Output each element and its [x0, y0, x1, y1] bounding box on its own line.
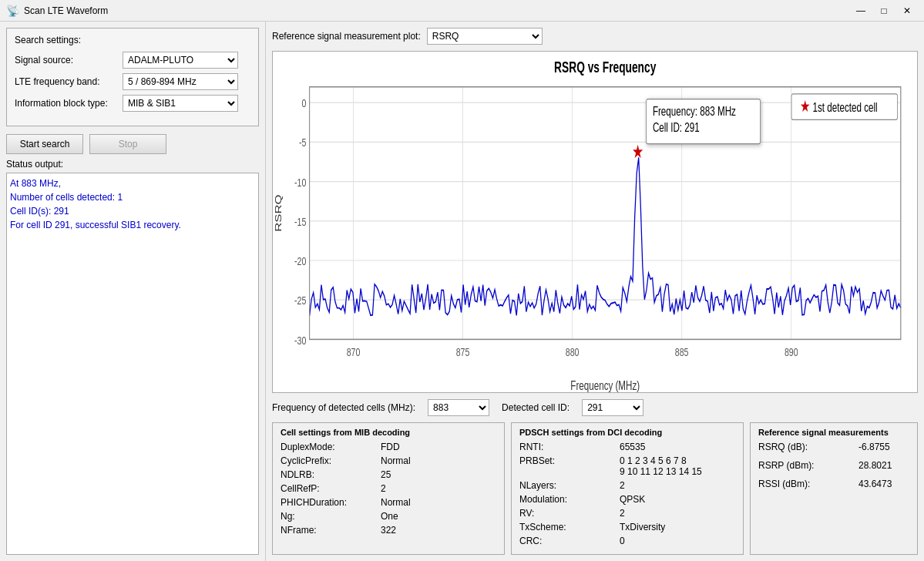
pdsch-row-val: 2 — [620, 508, 625, 519]
ref-meas-panel: Reference signal measurements RSRQ (dB):… — [750, 422, 918, 555]
ref-signal-label: Reference signal measurement plot: — [272, 31, 421, 42]
status-output-title: Status output: — [6, 159, 259, 170]
plot-container: 0-5-10-15-20-25-30870875880885890Frequen… — [272, 51, 918, 393]
ref-meas-row-key: RSRQ (dB): — [758, 442, 858, 452]
info-block-row: Information block type: MIB & SIB1 — [15, 95, 250, 112]
info-block-label: Information block type: — [15, 98, 123, 109]
freq-detected-label: Frequency of detected cells (MHz): — [272, 402, 415, 413]
pdsch-row-key: PRBSet: — [519, 455, 620, 466]
cell-row: DuplexMode:FDD — [281, 442, 496, 452]
svg-text:RSRQ: RSRQ — [273, 194, 283, 231]
cell-row-val: 322 — [381, 525, 396, 536]
close-button[interactable]: ✕ — [896, 2, 918, 19]
svg-text:885: 885 — [675, 345, 689, 358]
cell-row: CellRefP:2 — [281, 483, 496, 494]
svg-text:-10: -10 — [294, 176, 306, 189]
pdsch-row: Modulation:QPSK — [519, 494, 735, 505]
ref-meas-rows: RSRQ (dB):-6.8755RSRP (dBm):28.8021RSSI … — [758, 442, 909, 489]
svg-text:-25: -25 — [294, 294, 306, 307]
svg-text:★: ★ — [800, 96, 810, 115]
cell-row-val: 25 — [381, 469, 391, 480]
ref-meas-row: RSRP (dBm):28.8021 — [758, 460, 909, 471]
pdsch-row-key: RNTI: — [519, 442, 620, 452]
svg-text:Cell ID: 291: Cell ID: 291 — [653, 120, 700, 135]
pdsch-row: RNTI:65535 — [519, 442, 735, 452]
stop-button[interactable]: Stop — [89, 134, 166, 154]
cell-row-key: NDLRB: — [281, 469, 381, 480]
chart-svg: 0-5-10-15-20-25-30870875880885890Frequen… — [273, 52, 917, 392]
cell-row-key: DuplexMode: — [281, 442, 381, 452]
cell-row-val: 2 — [381, 483, 386, 494]
cell-row-key: Ng: — [281, 511, 381, 522]
lte-freq-select[interactable]: 5 / 869-894 MHz — [123, 73, 238, 90]
signal-source-label: Signal source: — [15, 55, 123, 66]
svg-text:1st detected cell: 1st detected cell — [813, 100, 878, 115]
titlebar: 📡 Scan LTE Waveform — □ ✕ — [0, 0, 924, 22]
app-title: Scan LTE Waveform — [24, 5, 850, 16]
left-panel: Search settings: Signal source: ADALM-PL… — [0, 22, 266, 561]
pdsch-row: TxScheme:TxDiversity — [519, 522, 735, 532]
status-line: For cell ID 291, successful SIB1 recover… — [10, 218, 255, 232]
lte-freq-row: LTE frequency band: 5 / 869-894 MHz — [15, 73, 250, 90]
pdsch-title: PDSCH settings from DCI decoding — [519, 428, 735, 437]
pdsch-row-val: QPSK — [620, 494, 645, 505]
cell-row: PHICHDuration:Normal — [281, 497, 496, 508]
cell-rows: DuplexMode:FDDCyclicPrefix:NormalNDLRB:2… — [281, 442, 496, 536]
signal-source-select[interactable]: ADALM-PLUTO — [123, 52, 238, 69]
pdsch-row: RV:2 — [519, 508, 735, 519]
ref-meas-title: Reference signal measurements — [758, 428, 909, 437]
cell-row-key: PHICHDuration: — [281, 497, 381, 508]
cell-id-select[interactable]: 291 — [582, 399, 643, 416]
app-icon: 📡 — [6, 5, 19, 17]
right-panel: Reference signal measurement plot: RSRQ … — [266, 22, 924, 561]
ref-meas-row: RSSI (dBm):43.6473 — [758, 479, 909, 489]
pdsch-row-val: 65535 — [620, 442, 645, 452]
svg-text:-20: -20 — [294, 254, 306, 267]
pdsch-panel: PDSCH settings from DCI decoding RNTI:65… — [511, 422, 744, 555]
cell-settings-title: Cell settings from MIB decoding — [281, 428, 496, 437]
svg-text:0: 0 — [302, 96, 307, 109]
cell-id-label: Detected cell ID: — [502, 402, 570, 413]
pdsch-row-key: CRC: — [519, 536, 620, 546]
info-block-select[interactable]: MIB & SIB1 — [123, 95, 238, 112]
detected-row: Frequency of detected cells (MHz): 883 D… — [272, 399, 918, 416]
ref-meas-row-val: 28.8021 — [858, 460, 892, 471]
svg-text:-30: -30 — [294, 334, 306, 347]
svg-text:880: 880 — [566, 345, 580, 358]
ref-signal-select[interactable]: RSRQ RSRP RSSI — [427, 28, 543, 45]
svg-text:Frequency: 883 MHz: Frequency: 883 MHz — [653, 104, 736, 119]
status-line: Number of cells detected: 1 — [10, 190, 255, 204]
bottom-panels: Cell settings from MIB decoding DuplexMo… — [272, 422, 918, 555]
lte-freq-label: LTE frequency band: — [15, 76, 123, 87]
svg-text:RSRQ vs Frequency: RSRQ vs Frequency — [554, 59, 657, 76]
minimize-button[interactable]: — — [850, 2, 872, 19]
cell-row: CyclicPrefix:Normal — [281, 455, 496, 466]
cell-row-key: CellRefP: — [281, 483, 381, 494]
status-output: At 883 MHz,Number of cells detected: 1Ce… — [6, 173, 259, 555]
ref-meas-row: RSRQ (dB):-6.8755 — [758, 442, 909, 452]
pdsch-row: NLayers:2 — [519, 480, 735, 491]
maximize-button[interactable]: □ — [873, 2, 895, 19]
status-line: Cell ID(s): 291 — [10, 204, 255, 218]
pdsch-row-val: 0 — [620, 536, 625, 546]
cell-row-val: Normal — [381, 455, 411, 466]
status-line: At 883 MHz, — [10, 176, 255, 190]
search-settings-box: Search settings: Signal source: ADALM-PL… — [6, 28, 259, 126]
svg-text:890: 890 — [785, 345, 798, 358]
pdsch-row-key: RV: — [519, 508, 620, 519]
pdsch-rows: RNTI:65535PRBSet:0 1 2 3 4 5 6 7 89 10 1… — [519, 442, 735, 546]
cell-row-val: One — [381, 511, 398, 522]
freq-detected-select[interactable]: 883 — [428, 399, 489, 416]
svg-text:Frequency (MHz): Frequency (MHz) — [570, 378, 640, 392]
cell-row-val: FDD — [381, 442, 400, 452]
pdsch-row-val: 2 — [620, 480, 625, 491]
cell-row-key: CyclicPrefix: — [281, 455, 381, 466]
svg-text:-5: -5 — [299, 136, 306, 149]
pdsch-row-val: TxDiversity — [620, 522, 665, 532]
ref-meas-row-key: RSRP (dBm): — [758, 460, 858, 471]
svg-text:★: ★ — [632, 141, 643, 162]
start-search-button[interactable]: Start search — [6, 134, 83, 154]
plot-header: Reference signal measurement plot: RSRQ … — [272, 28, 918, 45]
pdsch-row-key: Modulation: — [519, 494, 620, 505]
cell-row: NDLRB:25 — [281, 469, 496, 480]
